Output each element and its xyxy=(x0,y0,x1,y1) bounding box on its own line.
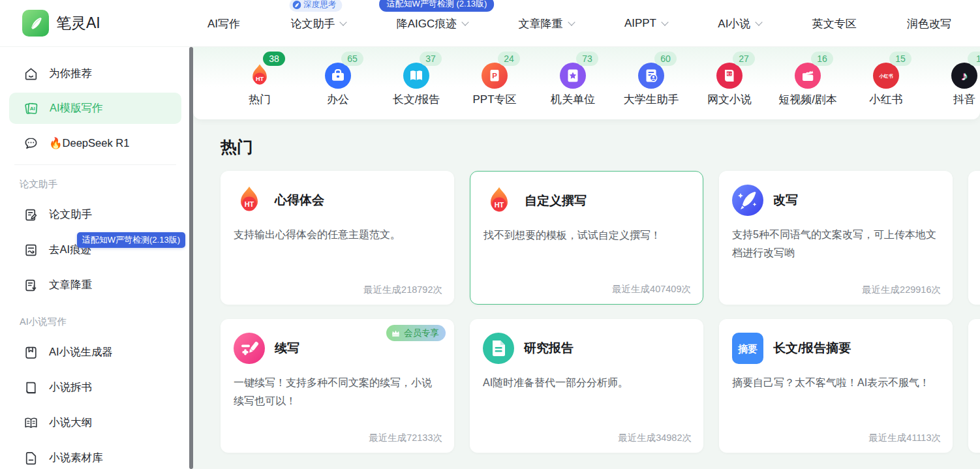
app-logo[interactable]: 笔灵AI xyxy=(22,10,100,37)
card-title: 自定义撰写 xyxy=(525,192,587,209)
ppt-doc-icon: P xyxy=(482,63,508,89)
svg-text:网文: 网文 xyxy=(726,72,733,76)
card-partial[interactable] xyxy=(968,171,980,305)
nav-item-reduce-aigc[interactable]: 适配知W严苛检测 (2.13版) 降AIGC痕迹 xyxy=(397,16,468,31)
category-web-novel[interactable]: 27 网文 网文小说 xyxy=(703,47,756,119)
category-xiaohongshu[interactable]: 15 小红书 小红书 xyxy=(859,47,913,119)
svg-text:♪: ♪ xyxy=(961,69,968,83)
svg-text:AI: AI xyxy=(30,106,35,112)
card-title: 心得体会 xyxy=(275,192,324,209)
card-custom-writing[interactable]: HT 自定义撰写 找不到想要的模板，试试自定义撰写！ 最近生成407409次 xyxy=(470,171,703,305)
card-summary[interactable]: 摘要 长文/报告摘要 摘要自己写？太不客气啦！AI表示不服气！ 最近生成4111… xyxy=(719,319,953,453)
sidebar-item-recommend[interactable]: 为你推荐 xyxy=(0,56,191,91)
sidebar-scrollbar[interactable] xyxy=(189,47,193,469)
svg-text:HT: HT xyxy=(245,200,254,208)
book-bookmark-icon xyxy=(23,345,38,360)
category-count-badge: 16 xyxy=(811,52,833,66)
sidebar: 为你推荐 AI AI模版写作 🔥DeepSeek R1 论文助手 论文助手 适配… xyxy=(0,47,191,469)
sidebar-item-paper-assistant[interactable]: 论文助手 xyxy=(0,197,191,232)
card-title: 续写 xyxy=(275,340,299,357)
card-title: 长文/报告摘要 xyxy=(773,340,851,357)
sidebar-item-novel-split[interactable]: 小说拆书 xyxy=(0,370,191,405)
sidebar-item-deepseek[interactable]: 🔥DeepSeek R1 xyxy=(0,125,191,160)
category-office[interactable]: 65 办公 xyxy=(311,47,365,119)
home-icon xyxy=(23,67,38,82)
chevron-down-icon xyxy=(568,18,575,25)
clapperboard-icon xyxy=(795,63,821,89)
card-description: 支持5种不同语气的文案改写，可上传本地文档进行改写哟 xyxy=(732,226,940,262)
category-count-badge: 27 xyxy=(733,52,755,66)
deep-think-badge: 深度思考 xyxy=(289,0,342,12)
nav-item-ai-novel[interactable]: AI小说 xyxy=(718,16,761,31)
sidebar-section-paper: 论文助手 xyxy=(0,165,191,197)
cards-row-2: 会员专享 续写 一键续写！支持多种不同文案的续写，小说续写也可以！ 最近生成72… xyxy=(221,319,980,453)
detect-version-tooltip: 适配知W严苛检测(2.13版) xyxy=(77,232,185,248)
main-nav: AI写作 深度思考 论文助手 适配知W严苛检测 (2.13版) 降AIGC痕迹 … xyxy=(207,0,951,47)
sidebar-item-novel-material[interactable]: 小说素材库 xyxy=(0,440,191,469)
red-book-icon: 网文 xyxy=(716,63,743,89)
sidebar-item-novel-outline[interactable]: 小说大纲 xyxy=(0,405,191,440)
generation-count: 最近生成218792次 xyxy=(363,284,442,296)
card-title: 改写 xyxy=(773,192,798,209)
category-count-badge: 60 xyxy=(654,52,677,66)
generation-count: 最近生成407409次 xyxy=(612,283,691,295)
doc-person-icon xyxy=(638,63,664,89)
card-description: 找不到想要的模板，试试自定义撰写！ xyxy=(483,226,690,245)
svg-text:HT: HT xyxy=(256,76,264,82)
nav-item-dedup[interactable]: 文章降重 xyxy=(519,16,574,31)
app-logo-icon xyxy=(22,10,49,37)
category-hot[interactable]: 38 HT 热门 xyxy=(233,47,286,119)
pen-plus-icon xyxy=(234,333,265,364)
sidebar-section-novel: AI小说写作 xyxy=(0,303,191,335)
open-book-cyan-icon xyxy=(403,63,429,89)
card-rewrite[interactable]: 改写 支持5种不同语气的文案改写，可上传本地文档进行改写哟 最近生成229916… xyxy=(719,171,953,305)
vip-badge: 会员专享 xyxy=(386,325,446,341)
category-count-badge: 15 xyxy=(889,52,911,66)
category-count-badge: 73 xyxy=(576,52,598,66)
crown-icon xyxy=(391,329,401,337)
category-count-badge: 38 xyxy=(263,52,285,66)
flame-ht-icon: HT xyxy=(483,185,515,217)
chat-bubble-icon xyxy=(23,136,38,151)
category-long-report[interactable]: 37 长文/报告 xyxy=(390,47,443,119)
card-continue-writing[interactable]: 会员专享 续写 一键续写！支持多种不同文案的续写，小说续写也可以！ 最近生成72… xyxy=(221,319,454,453)
feather-circle-icon xyxy=(292,1,301,9)
svg-text:HT: HT xyxy=(495,201,504,209)
cards-row-1: HT 心得体会 支持输出心得体会的任意主题范文。 最近生成218792次 HT … xyxy=(221,171,980,305)
main-content: 38 HT 热门 65 办公 37 长文/报告 24 P PPT专区 73 机关… xyxy=(193,47,980,469)
fire-emoji: 🔥 xyxy=(49,137,63,149)
chevron-down-icon xyxy=(661,18,668,25)
category-ppt[interactable]: 24 P PPT专区 xyxy=(468,47,521,119)
category-government[interactable]: 73 机关单位 xyxy=(546,47,600,119)
sidebar-item-ai-template-writing[interactable]: AI AI模版写作 xyxy=(9,93,181,124)
doc-arrow-down-icon xyxy=(23,278,38,293)
nav-item-polish[interactable]: 润色改写 xyxy=(907,16,951,31)
category-college[interactable]: 60 大学生助手 xyxy=(624,47,678,119)
card-research-report[interactable]: 研究报告 AI随时准备替代一部分分析师。 最近生成34982次 xyxy=(470,319,703,453)
card-experience[interactable]: HT 心得体会 支持输出心得体会的任意主题范文。 最近生成218792次 xyxy=(221,171,454,305)
category-short-video[interactable]: 16 短视频/剧本 xyxy=(781,47,835,119)
doc-wave-icon xyxy=(23,243,38,258)
nav-item-english-zone[interactable]: 英文专区 xyxy=(812,16,857,31)
svg-text:小红书: 小红书 xyxy=(879,73,893,79)
doc-pen-icon xyxy=(23,207,38,222)
app-logo-text: 笔灵AI xyxy=(56,13,100,33)
book-icon xyxy=(23,380,38,395)
douyin-note-icon: ♪♪♪ xyxy=(951,63,977,89)
category-bar: 38 HT 热门 65 办公 37 长文/报告 24 P PPT专区 73 机关… xyxy=(193,47,980,119)
flame-ht-icon: HT xyxy=(234,185,265,216)
category-douyin[interactable]: 1 ♪♪♪ 抖音 xyxy=(938,47,980,119)
feather-icon xyxy=(27,15,44,32)
sidebar-item-novel-generator[interactable]: AI小说生成器 xyxy=(0,335,191,370)
card-partial[interactable] xyxy=(968,319,980,453)
generation-count: 最近生成229916次 xyxy=(862,284,941,296)
nav-item-ai-writing[interactable]: AI写作 xyxy=(207,16,240,31)
chevron-down-icon xyxy=(462,18,469,25)
nav-item-aippt[interactable]: AIPPT xyxy=(624,17,667,30)
card-description: 一键续写！支持多种不同文案的续写，小说续写也可以！ xyxy=(234,374,441,410)
sidebar-item-article-dedup[interactable]: 文章降重 xyxy=(0,267,191,303)
card-title: 研究报告 xyxy=(524,340,574,357)
card-description: 支持输出心得体会的任意主题范文。 xyxy=(234,226,441,244)
report-doc-icon xyxy=(483,333,514,364)
nav-item-paper-assistant[interactable]: 深度思考 论文助手 xyxy=(290,16,346,31)
